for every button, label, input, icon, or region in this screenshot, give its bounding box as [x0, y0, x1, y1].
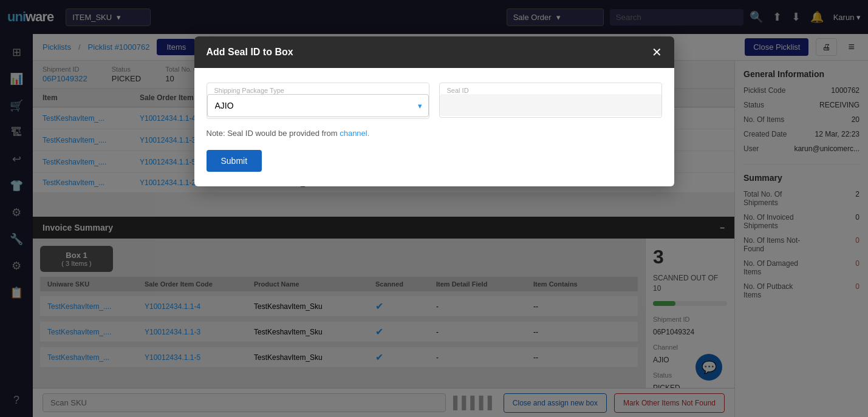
- shipping-package-type-group: Shipping Package Type AJIO ▾: [207, 83, 429, 119]
- modal-note: Note: Seal ID would be provided from cha…: [207, 129, 662, 138]
- shipping-type-select[interactable]: AJIO: [208, 95, 428, 117]
- modal-close-button[interactable]: ✕: [652, 45, 662, 59]
- add-seal-id-modal: Add Seal ID to Box ✕ Shipping Package Ty…: [194, 36, 674, 186]
- modal-title: Add Seal ID to Box: [207, 47, 293, 58]
- seal-id-group: Seal ID: [439, 83, 662, 119]
- form-row: Shipping Package Type AJIO ▾ Seal ID: [207, 83, 662, 119]
- modal-header: Add Seal ID to Box ✕: [194, 36, 674, 68]
- note-channel-link[interactable]: channel.: [340, 129, 369, 138]
- submit-button[interactable]: Submit: [207, 150, 262, 172]
- modal-body: Shipping Package Type AJIO ▾ Seal ID: [194, 68, 674, 186]
- shipping-type-field-group: Shipping Package Type AJIO ▾: [207, 83, 429, 119]
- seal-id-label: Seal ID: [440, 84, 661, 94]
- shipping-type-label: Shipping Package Type: [207, 84, 429, 94]
- seal-id-field-group: Seal ID: [439, 83, 662, 118]
- modal-overlay: Add Seal ID to Box ✕ Shipping Package Ty…: [0, 0, 868, 417]
- shipping-type-select-wrapper: AJIO ▾: [207, 94, 429, 117]
- seal-id-input[interactable]: [440, 94, 661, 116]
